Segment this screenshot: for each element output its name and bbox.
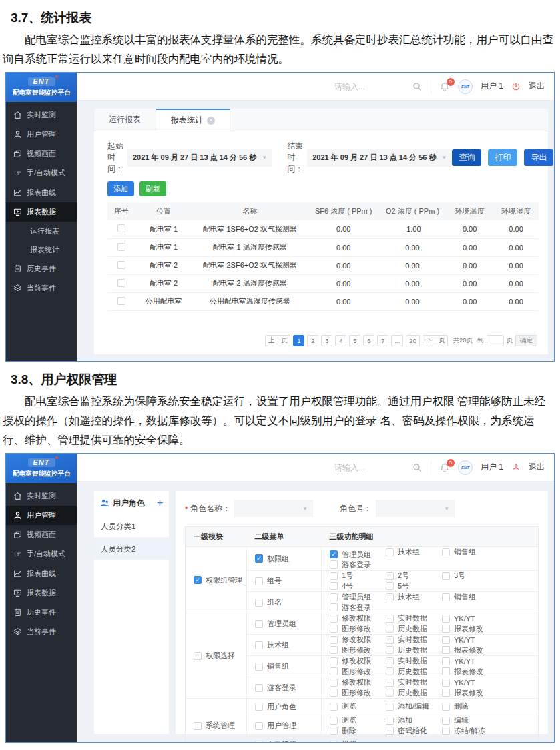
avatar[interactable]: ENT (458, 460, 473, 475)
start-time-picker[interactable]: 2021 年 09 月 27 日 13 点 14 分 56 秒▼ (127, 149, 272, 167)
checkbox[interactable] (330, 667, 338, 675)
checkbox[interactable] (330, 550, 338, 558)
sidebar-item-报表统计[interactable]: 报表统计 (6, 240, 77, 259)
checkbox[interactable] (386, 582, 394, 590)
search-box[interactable] (334, 462, 423, 473)
close-tab-icon[interactable]: ✕ (207, 117, 215, 125)
page-button-2[interactable]: 2 (307, 335, 318, 346)
checkbox[interactable] (386, 636, 394, 644)
checkbox[interactable] (330, 646, 338, 654)
sidebar-item-用户管理[interactable]: 用户管理 (6, 506, 77, 525)
tab-run-report[interactable]: 运行报表 (94, 109, 156, 131)
checkbox[interactable] (117, 279, 125, 287)
add-button[interactable]: 添加 (107, 181, 134, 196)
checkbox[interactable] (330, 560, 338, 569)
checkbox[interactable] (255, 599, 263, 607)
sidebar-item-实时监测[interactable]: 实时监测 (6, 486, 77, 506)
checkbox[interactable] (255, 663, 263, 671)
sidebar-item-当前事件[interactable]: 当前事件 (6, 278, 77, 298)
checkbox[interactable] (386, 548, 394, 556)
sidebar-item-用户管理[interactable]: 用户管理 (6, 125, 77, 144)
sidebar-item-历史事件[interactable]: 历史事件 (6, 603, 77, 622)
checkbox[interactable] (442, 679, 450, 687)
page-button-7[interactable]: 7 (377, 335, 388, 346)
role-list-item-人员分类2[interactable]: 人员分类2 (94, 538, 169, 560)
checkbox[interactable] (330, 741, 338, 743)
checkbox[interactable] (117, 261, 125, 269)
checkbox[interactable] (117, 224, 125, 232)
sidebar-item-当前事件[interactable]: 当前事件 (6, 622, 77, 641)
prev-page-button[interactable]: 上一页 (265, 335, 291, 346)
checkbox[interactable] (386, 625, 394, 633)
checkbox[interactable] (330, 593, 338, 601)
checkbox[interactable] (442, 625, 450, 633)
checkbox[interactable] (442, 667, 450, 675)
sidebar-item-视频画面[interactable]: 视频画面 (6, 525, 77, 544)
page-button-20[interactable]: 20 (406, 335, 420, 346)
sidebar-item-报表数据[interactable]: 报表数据 (6, 583, 77, 603)
checkbox[interactable] (386, 615, 394, 623)
checkbox[interactable] (386, 689, 394, 697)
checkbox[interactable] (386, 646, 394, 654)
checkbox[interactable] (330, 703, 338, 711)
checkbox[interactable] (442, 689, 450, 697)
checkbox[interactable] (255, 722, 263, 730)
checkbox[interactable] (330, 727, 338, 735)
sidebar-item-报表曲线[interactable]: 报表曲线 (6, 564, 77, 583)
checkbox[interactable] (255, 554, 263, 562)
page-goto-input[interactable] (487, 335, 504, 346)
checkbox[interactable] (330, 603, 338, 611)
search-icon[interactable] (412, 462, 423, 473)
page-button-4[interactable]: 4 (335, 335, 346, 346)
page-button-1[interactable]: 1 (293, 335, 304, 346)
checkbox[interactable] (386, 657, 394, 665)
tab-report-stats[interactable]: 报表统计 ✕ (156, 109, 230, 131)
page-button-5[interactable]: 5 (349, 335, 360, 346)
page-button-...[interactable]: ... (391, 335, 403, 346)
checkbox[interactable] (442, 657, 450, 665)
checkbox[interactable] (255, 577, 263, 585)
checkbox[interactable] (386, 593, 394, 601)
checkbox[interactable] (255, 703, 263, 711)
search-input[interactable] (334, 82, 398, 91)
checkbox[interactable] (330, 717, 338, 725)
checkbox[interactable] (194, 722, 202, 730)
search-icon[interactable] (412, 81, 423, 92)
print-button[interactable]: 打印 (488, 149, 517, 166)
role-name-select[interactable]: ▼ (234, 500, 313, 517)
page-button-6[interactable]: 6 (363, 335, 374, 346)
logout-button[interactable]: 退出 (529, 81, 545, 92)
end-time-picker[interactable]: 2021 年 09 月 27 日 13 点 14 分 56 秒▼ (307, 149, 452, 167)
checkbox[interactable] (442, 636, 450, 644)
checkbox[interactable] (386, 679, 394, 687)
sidebar-item-手/自动模式[interactable]: ☞手/自动模式 (6, 544, 77, 564)
checkbox[interactable] (330, 625, 338, 633)
checkbox[interactable] (386, 703, 394, 711)
checkbox[interactable] (442, 615, 450, 623)
power-icon[interactable] (511, 463, 521, 472)
checkbox[interactable] (442, 703, 450, 711)
checkbox[interactable] (330, 582, 338, 590)
checkbox[interactable] (386, 727, 394, 735)
checkbox[interactable] (194, 652, 202, 660)
notifications-button[interactable]: 5 (439, 462, 450, 473)
checkbox[interactable] (194, 576, 202, 584)
checkbox[interactable] (330, 689, 338, 697)
checkbox[interactable] (255, 684, 263, 692)
checkbox[interactable] (442, 593, 450, 601)
checkbox[interactable] (255, 741, 263, 743)
role-list-item-人员分类1[interactable]: 人员分类1 (94, 515, 169, 538)
sidebar-item-手/自动模式[interactable]: ☞手/自动模式 (6, 163, 77, 183)
add-role-button[interactable]: + (157, 498, 163, 508)
checkbox[interactable] (442, 572, 450, 580)
checkbox[interactable] (330, 657, 338, 665)
sidebar-item-视频画面[interactable]: 视频画面 (6, 144, 77, 163)
checkbox[interactable] (330, 572, 338, 580)
search-input[interactable] (334, 463, 398, 472)
refresh-button[interactable]: 刷新 (139, 181, 166, 196)
query-button[interactable]: 查询 (452, 149, 481, 166)
checkbox[interactable] (330, 679, 338, 687)
sidebar-item-运行报表[interactable]: 运行报表 (6, 222, 77, 240)
logout-button[interactable]: 退出 (529, 462, 545, 473)
checkbox[interactable] (255, 620, 263, 628)
